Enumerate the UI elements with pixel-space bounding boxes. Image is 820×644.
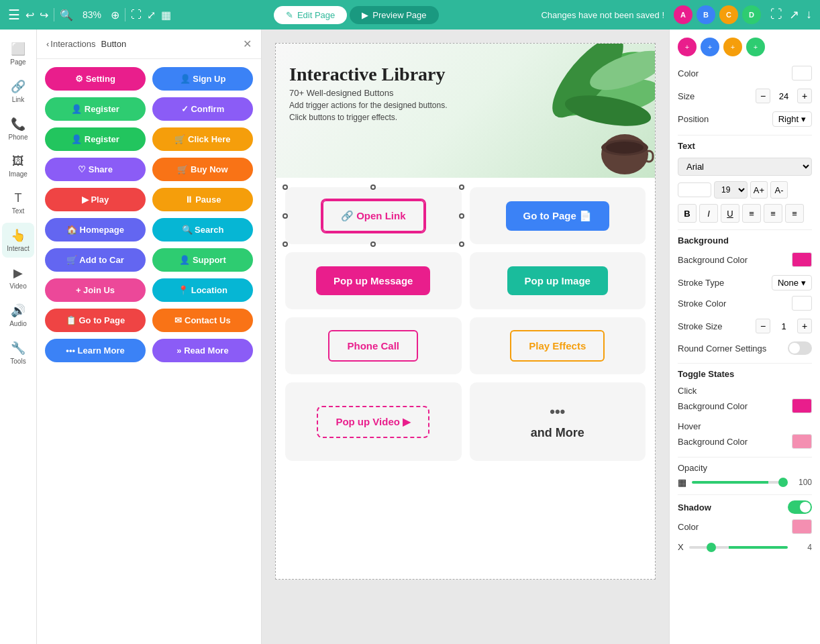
panel-btn-share[interactable]: ♡ Share	[45, 158, 146, 181]
panel-btn-pause[interactable]: ⏸ Pause	[152, 188, 253, 211]
sidebar-item-tools[interactable]: 🔧 Tools	[2, 335, 34, 370]
align-right-button[interactable]: ≡	[785, 204, 804, 223]
fullscreen-icon[interactable]: ⛶	[770, 7, 782, 22]
zoom-out-icon[interactable]: 🔍	[60, 9, 73, 21]
panel-btn-register2[interactable]: 👤 Register	[45, 127, 146, 151]
main-area: ⬜ Page 🔗 Link 📞 Phone 🖼 Image T Text 👆 I…	[0, 30, 820, 644]
sidebar-item-link[interactable]: 🔗 Link	[2, 74, 34, 109]
canvas-subtitle3: Click buttons to trigger effects.	[289, 113, 447, 122]
sidebar-item-phone[interactable]: 📞 Phone	[2, 111, 34, 146]
avatar-3: C	[719, 5, 738, 24]
preview-page-button[interactable]: ▶ Preview Page	[350, 6, 438, 24]
panel-btn-signup[interactable]: 👤 Sign Up	[152, 67, 253, 91]
stroke-color-row: Stroke Color	[678, 296, 812, 311]
edit-page-button[interactable]: ✎ Edit Page	[274, 6, 347, 24]
panel-btn-register1[interactable]: 👤 Register	[45, 97, 146, 121]
position-label: Position	[678, 114, 709, 124]
sidebar-item-image[interactable]: 🖼 Image	[2, 149, 34, 183]
sidebar-item-interact[interactable]: 👆 Interact	[2, 223, 34, 258]
panel-btn-location[interactable]: 📍 Location	[152, 278, 253, 302]
avatar-2: B	[697, 5, 715, 24]
panel-btn-search[interactable]: 🔍 Search	[152, 218, 253, 241]
panel-btn-setting[interactable]: ⚙ Setting	[45, 67, 146, 91]
rp-avatar-4: +	[746, 38, 765, 56]
download-icon[interactable]: ↓	[806, 7, 812, 22]
align-left-button[interactable]: ≡	[742, 204, 761, 223]
align-center-button[interactable]: ≡	[764, 204, 782, 223]
stroke-size-value: 1	[774, 321, 793, 331]
font-color-input[interactable]	[678, 182, 711, 197]
sidebar-item-audio[interactable]: 🔊 Audio	[2, 298, 34, 333]
bg-color-picker[interactable]	[792, 252, 812, 267]
fit-icon[interactable]: ⛶	[131, 9, 142, 21]
avatar-4: D	[742, 5, 761, 24]
font-size-select[interactable]: 19	[714, 181, 748, 199]
hover-label-row: Hover	[678, 421, 812, 431]
open-link-button[interactable]: 🔗 Open Link	[322, 200, 425, 232]
panel-btn-confirm[interactable]: ✓ Confirm	[152, 97, 253, 121]
panel-btn-addtocar[interactable]: 🛒 Add to Car	[45, 248, 146, 272]
open-link-cell: 🔗 Open Link	[285, 187, 462, 244]
hover-bg-picker[interactable]	[792, 434, 812, 449]
redo-icon[interactable]: ↪	[40, 9, 48, 21]
shadow-toggle[interactable]	[788, 500, 812, 514]
phone-call-button[interactable]: Phone Call	[328, 330, 418, 362]
play-effects-button[interactable]: Play Effects	[510, 330, 605, 362]
panel-btn-gotopage[interactable]: 📋 Go to Page	[45, 309, 146, 332]
panel-btn-support[interactable]: 👤 Support	[152, 248, 253, 272]
handle-bl[interactable]	[283, 241, 288, 247]
panel-btn-joinus[interactable]: + Join Us	[45, 278, 146, 302]
click-bg-picker[interactable]	[792, 398, 812, 413]
close-button[interactable]: ✕	[243, 38, 252, 50]
size-decrease-button[interactable]: −	[756, 89, 770, 103]
handle-ml[interactable]	[283, 213, 288, 219]
svg-point-7	[606, 142, 644, 154]
handle-mr[interactable]	[459, 213, 464, 219]
popup-video-button[interactable]: Pop up Video ▶	[317, 406, 429, 438]
sidebar-item-video[interactable]: ▶ Video	[2, 260, 34, 295]
undo-icon[interactable]: ↩	[25, 9, 34, 21]
opacity-slider[interactable]	[692, 481, 788, 484]
font-decrease-button[interactable]: A-	[770, 181, 788, 199]
italic-button[interactable]: I	[699, 204, 718, 223]
panel-btn-buynow[interactable]: 🛒 Buy Now	[152, 158, 253, 181]
handle-tl[interactable]	[283, 184, 288, 190]
round-corner-toggle[interactable]	[788, 341, 812, 355]
color-picker[interactable]	[792, 66, 812, 80]
size-increase-button[interactable]: +	[797, 89, 812, 103]
stroke-color-picker[interactable]	[792, 296, 812, 311]
handle-tr[interactable]	[459, 184, 464, 190]
panel-btn-learnmore[interactable]: ••• Learn More	[45, 339, 146, 362]
canvas-header: Interactive Library 70+ Well-designed Bu…	[276, 44, 655, 178]
stroke-decrease-button[interactable]: −	[756, 319, 770, 333]
panel-btn-play[interactable]: ▶ Play	[45, 188, 146, 211]
goto-page-button[interactable]: Go to Page 📄	[506, 201, 609, 231]
panel-btn-homepage[interactable]: 🏠 Homepage	[45, 218, 146, 241]
x-slider[interactable]	[689, 546, 788, 549]
font-select[interactable]: Arial	[678, 158, 812, 176]
back-button[interactable]: ‹ Interactions	[46, 39, 96, 49]
stroke-increase-button[interactable]: +	[797, 319, 812, 333]
menu-icon[interactable]: ☰	[8, 7, 20, 23]
stroke-type-select[interactable]: None ▾	[772, 275, 812, 290]
popup-message-button[interactable]: Pop up Message	[316, 266, 430, 295]
sidebar-item-text[interactable]: T Text	[2, 186, 34, 220]
zoom-in-icon[interactable]: ⊕	[111, 9, 119, 21]
expand-icon[interactable]: ⤢	[147, 9, 156, 21]
share-icon[interactable]: ↗	[789, 7, 799, 22]
underline-button[interactable]: U	[721, 204, 739, 223]
handle-bm[interactable]	[370, 241, 376, 247]
font-increase-button[interactable]: A+	[750, 181, 768, 199]
panel-btn-contactus[interactable]: ✉ Contact Us	[152, 309, 253, 332]
handle-br[interactable]	[459, 241, 464, 247]
popup-image-button[interactable]: Pop up Image	[507, 266, 608, 295]
panel-btn-clickhere[interactable]: 🛒 Click Here	[152, 127, 253, 151]
bold-button[interactable]: B	[678, 204, 697, 223]
background-section-title: Background	[678, 235, 812, 246]
shadow-color-picker[interactable]	[792, 519, 812, 534]
handle-tm[interactable]	[370, 184, 376, 190]
panel-btn-readmore[interactable]: » Read More	[152, 339, 253, 362]
layout-icon[interactable]: ▦	[161, 9, 171, 21]
position-select[interactable]: Right ▾	[772, 111, 812, 127]
sidebar-item-page[interactable]: ⬜ Page	[2, 36, 34, 71]
